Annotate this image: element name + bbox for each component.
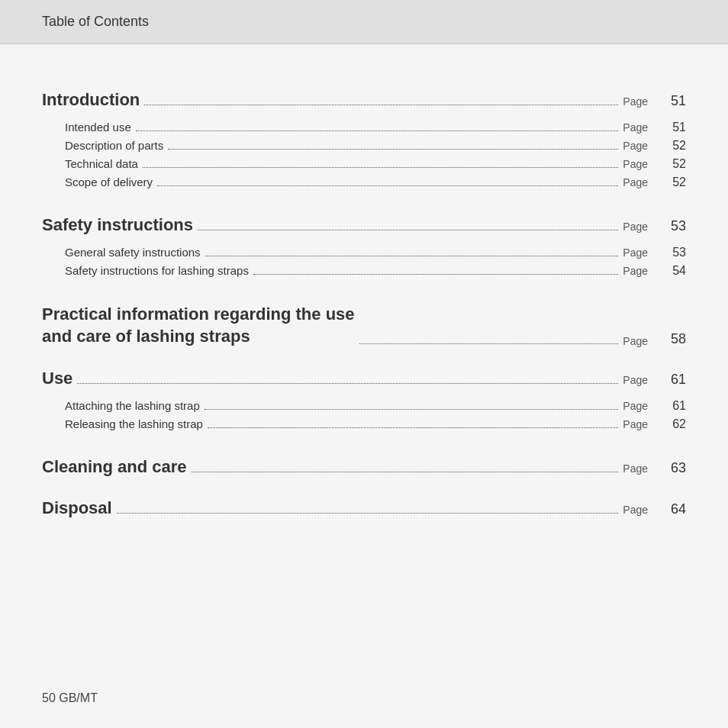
- page-number: 62: [663, 417, 686, 431]
- page-label: Page: [623, 335, 648, 347]
- page-label: Page: [623, 121, 648, 134]
- list-item: Safety instructions Page 53: [42, 215, 686, 235]
- section-label: Introduction: [42, 90, 140, 110]
- sub-label: General safety instructions: [65, 246, 201, 259]
- page-label: Page: [623, 176, 648, 188]
- dots: [168, 149, 618, 150]
- dots: [77, 383, 618, 384]
- list-item: Technical data Page 52: [65, 157, 686, 171]
- list-item: Attaching the lashing strap Page 61: [65, 399, 686, 413]
- page-label: Page: [623, 374, 648, 386]
- dots: [143, 167, 618, 168]
- list-item: Safety instructions for lashing straps P…: [65, 264, 686, 278]
- page-label: Page: [623, 140, 648, 152]
- page-number: 53: [663, 218, 686, 234]
- sub-label: Description of parts: [65, 139, 163, 152]
- section-label: Cleaning and care: [42, 457, 187, 477]
- dots: [136, 130, 619, 131]
- dots: [208, 427, 618, 428]
- page-number: 53: [663, 246, 686, 259]
- dots: [253, 274, 618, 275]
- list-item: General safety instructions Page 53: [65, 246, 686, 259]
- dots: [198, 230, 618, 230]
- page-label: Page: [623, 400, 648, 412]
- footer-text: 50 GB/MT: [42, 691, 98, 705]
- page-number: 61: [663, 399, 686, 413]
- page-number: 54: [663, 264, 686, 278]
- toc-content: Introduction Page 51 Intended use Page 5…: [0, 44, 728, 549]
- page-title: Table of Contents: [42, 14, 149, 29]
- section-label: Practical information regarding the usea…: [42, 304, 355, 347]
- header-bar: Table of Contents: [0, 0, 728, 44]
- page-number: 58: [663, 331, 686, 347]
- page-number: 63: [663, 460, 686, 476]
- page-number: 51: [663, 121, 686, 134]
- list-item: Disposal Page 64: [42, 498, 686, 518]
- page-number: 52: [663, 139, 686, 153]
- dots: [359, 343, 619, 344]
- page-number: 61: [663, 372, 686, 388]
- sub-label: Safety instructions for lashing straps: [65, 264, 249, 277]
- page-number: 51: [663, 93, 686, 109]
- dots: [144, 105, 618, 105]
- page-label: Page: [623, 462, 648, 475]
- sub-label: Releasing the lashing strap: [65, 417, 203, 430]
- list-item: Releasing the lashing strap Page 62: [65, 417, 686, 431]
- dots: [192, 472, 619, 472]
- list-item: Practical information regarding the usea…: [42, 304, 686, 347]
- page-number: 52: [663, 157, 686, 171]
- sub-label: Intended use: [65, 121, 131, 134]
- page: Table of Contents Introduction Page 51 I…: [0, 0, 728, 728]
- page-number: 64: [663, 501, 686, 517]
- section-label: Use: [42, 369, 72, 388]
- page-number: 52: [663, 176, 686, 189]
- list-item: Cleaning and care Page 63: [42, 457, 686, 477]
- section-label: Safety instructions: [42, 215, 193, 235]
- list-item: Description of parts Page 52: [65, 139, 686, 153]
- page-label: Page: [623, 418, 648, 430]
- sub-label: Scope of delivery: [65, 176, 153, 188]
- dots: [157, 185, 618, 186]
- sub-label: Technical data: [65, 157, 138, 170]
- list-item: Introduction Page 51: [42, 90, 686, 110]
- page-label: Page: [623, 95, 648, 108]
- page-label: Page: [623, 265, 648, 277]
- list-item: Use Page 61: [42, 369, 686, 388]
- list-item: Intended use Page 51: [65, 121, 686, 134]
- page-label: Page: [623, 221, 648, 233]
- page-label: Page: [623, 246, 648, 259]
- dots: [205, 256, 619, 256]
- page-label: Page: [623, 504, 648, 516]
- section-label: Disposal: [42, 498, 112, 518]
- dots: [117, 513, 619, 514]
- page-label: Page: [623, 158, 648, 170]
- dots: [205, 409, 619, 410]
- list-item: Scope of delivery Page 52: [65, 176, 686, 189]
- sub-label: Attaching the lashing strap: [65, 399, 200, 412]
